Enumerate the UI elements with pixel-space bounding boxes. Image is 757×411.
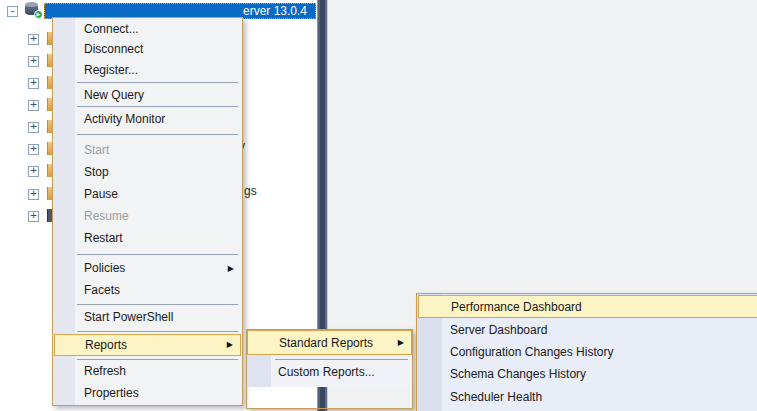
menu-item-schema-changes-history[interactable]: Schema Changes History (418, 364, 757, 385)
menu-item-pause[interactable]: Pause (54, 184, 241, 205)
expand-expander-icon[interactable]: + (28, 211, 39, 222)
menu-separator (77, 254, 238, 255)
expand-expander-icon[interactable]: + (28, 56, 39, 67)
menu-separator (275, 359, 408, 360)
menu-item-custom-reports[interactable]: Custom Reports... (247, 362, 412, 383)
expand-expander-icon[interactable]: + (28, 144, 39, 155)
menu-separator (77, 134, 238, 135)
submenu-arrow-icon: ▶ (398, 331, 404, 355)
menu-item-connect[interactable]: Connect... (54, 19, 241, 40)
menu-item-performance-dashboard[interactable]: Performance Dashboard (418, 295, 757, 318)
menu-item-configuration-changes-history[interactable]: Configuration Changes History (418, 342, 757, 363)
tree-item-text-fragment: gs (244, 184, 257, 198)
expand-expander-icon[interactable]: + (28, 189, 39, 200)
menu-separator (77, 331, 238, 332)
menu-item-facets[interactable]: Facets (54, 280, 241, 301)
server-node-label: erver 13.0.4 (243, 4, 307, 18)
menu-item-server-dashboard[interactable]: Server Dashboard (418, 320, 757, 341)
menu-item-start[interactable]: Start (54, 140, 241, 161)
menu-item-stop[interactable]: Stop (54, 162, 241, 183)
menu-item-reports[interactable]: Reports▶ (54, 334, 241, 356)
menu-item-resume[interactable]: Resume (54, 206, 241, 227)
standard-reports-submenu: Performance DashboardServer DashboardCon… (416, 293, 757, 411)
menu-item-scheduler-health[interactable]: Scheduler Health (418, 387, 757, 408)
menu-separator (77, 359, 238, 360)
menu-item-refresh[interactable]: Refresh (54, 361, 241, 382)
expand-expander-icon[interactable]: + (28, 166, 39, 177)
reports-submenu: Standard Reports▶Custom Reports... (246, 329, 413, 409)
expand-expander-icon[interactable]: + (28, 122, 39, 133)
menu-item-start-powershell[interactable]: Start PowerShell (54, 307, 241, 328)
server-context-menu: Connect...DisconnectRegister...New Query… (52, 17, 243, 406)
server-running-badge-icon: ▶ (34, 10, 43, 19)
collapse-expander-icon[interactable]: - (7, 6, 18, 17)
submenu-arrow-icon: ▶ (227, 335, 233, 355)
menu-item-restart[interactable]: Restart (54, 228, 241, 249)
menu-separator (77, 106, 238, 107)
menu-item-activity-monitor[interactable]: Activity Monitor (54, 109, 241, 130)
ssms-object-explorer-screen: - ▶ erver 13.0.4 +++++++++ y gs Connect.… (0, 0, 757, 411)
expand-expander-icon[interactable]: + (28, 78, 39, 89)
menu-item-new-query[interactable]: New Query (54, 85, 241, 106)
database-server-icon: ▶ (25, 2, 41, 17)
menu-item-standard-reports[interactable]: Standard Reports▶ (247, 330, 412, 355)
menu-separator (77, 304, 238, 305)
menu-item-policies[interactable]: Policies▶ (54, 258, 241, 279)
server-tree-row[interactable]: - ▶ erver 13.0.4 (0, 0, 317, 18)
menu-item-register[interactable]: Register... (54, 60, 241, 81)
expand-expander-icon[interactable]: + (28, 100, 39, 111)
menu-separator (77, 82, 238, 83)
menu-item-disconnect[interactable]: Disconnect (54, 39, 241, 60)
expand-expander-icon[interactable]: + (28, 34, 39, 45)
menu-item-properties[interactable]: Properties (54, 383, 241, 404)
submenu-arrow-icon: ▶ (228, 258, 234, 279)
